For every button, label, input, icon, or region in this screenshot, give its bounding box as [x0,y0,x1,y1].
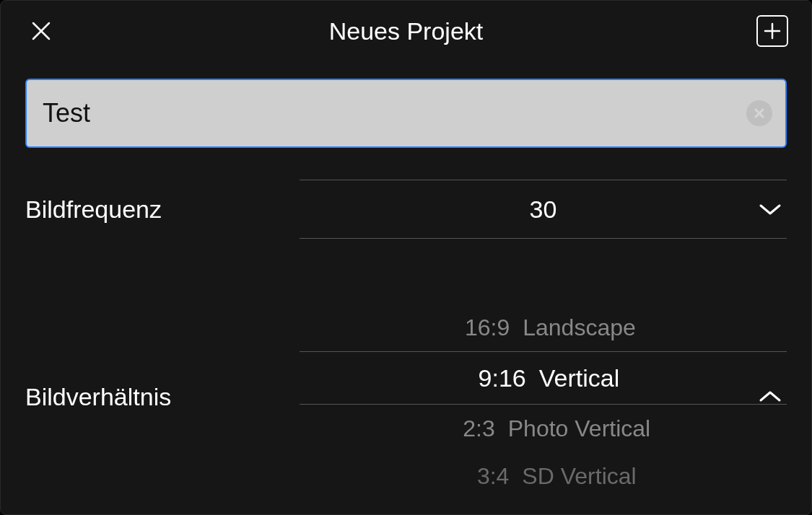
aspect-ratio-label: Bildverhältnis [25,383,300,411]
aspect-ratio-row: Bildverhältnis 16:9 Landscape 9:16 Verti… [1,304,811,490]
aspect-ratio-picker[interactable]: 16:9 Landscape 9:16 Vertical 2:3 Photo V… [300,304,787,490]
framerate-select[interactable]: 30 [300,180,787,239]
project-name-input[interactable] [25,79,787,148]
aspect-option-ratio: 3:4 [450,463,509,490]
close-icon [30,20,52,42]
header: Neues Projekt [1,1,811,61]
create-button[interactable] [756,15,788,47]
aspect-option-ratio: 2:3 [436,415,495,442]
aspect-option-ratio: 16:9 [450,314,510,341]
framerate-row: Bildfrequenz 30 [1,180,811,239]
panel-title: Neues Projekt [56,17,756,45]
aspect-option-name: SD Vertical [522,463,636,490]
chevron-down-icon [758,202,782,216]
new-project-panel: Neues Projekt Bildfre [0,0,812,515]
framerate-label: Bildfrequenz [25,195,300,224]
aspect-option-selected[interactable]: 9:16 Vertical [300,351,787,405]
framerate-value: 30 [530,195,557,224]
close-button[interactable] [27,17,56,45]
aspect-option-name: Landscape [523,314,636,341]
aspect-option[interactable]: 16:9 Landscape [300,304,787,351]
aspect-option-name: Photo Vertical [508,415,650,442]
aspect-option-name: Vertical [539,364,620,392]
project-name-row [1,61,811,148]
aspect-option[interactable]: 3:4 SD Vertical [300,452,787,490]
clear-name-button[interactable] [746,100,772,126]
clear-icon [753,107,766,120]
aspect-option-ratio: 9:16 [467,364,526,392]
plus-icon [763,22,782,40]
chevron-up-icon [758,389,782,404]
aspect-option[interactable]: 2:3 Photo Vertical [300,405,787,452]
